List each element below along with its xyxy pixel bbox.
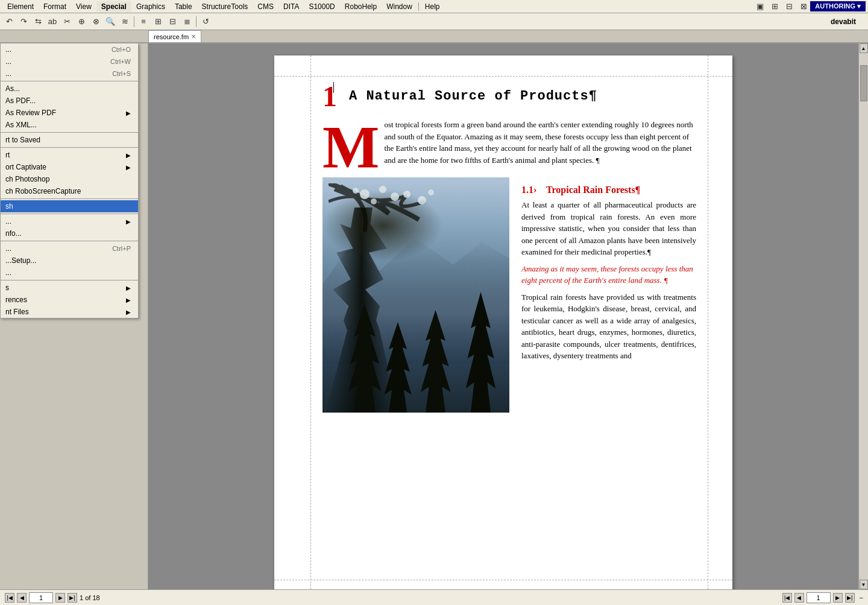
left-margin-line — [310, 55, 311, 589]
tb-sep2 — [196, 16, 197, 27]
sep6 — [1, 241, 138, 241]
menu-open[interactable]: ... Ctrl+O — [1, 43, 138, 55]
tb-btn7[interactable]: ⊗ — [89, 15, 102, 28]
zoom-prev-btn[interactable]: ◀ — [794, 593, 804, 603]
svg-point-2 — [391, 192, 399, 201]
menu-rt[interactable]: rt ▶ — [1, 149, 138, 161]
menu-roboscreencapture[interactable]: ch RoboScreenCapture — [1, 185, 138, 197]
tb-btn4[interactable]: ab — [46, 15, 59, 28]
scroll-up-btn[interactable]: ▲ — [860, 43, 868, 53]
menu-s1000d[interactable]: S1000D — [304, 1, 339, 12]
menu-save[interactable]: ... Ctrl+S — [1, 68, 138, 80]
scroll-down-btn[interactable]: ▼ — [860, 580, 868, 589]
svg-point-7 — [428, 189, 434, 195]
scrollbar-thumb[interactable] — [860, 65, 867, 101]
menu-element[interactable]: Element — [2, 1, 39, 12]
menu-dotdot2[interactable]: ... — [1, 267, 138, 279]
doc-area[interactable]: 1 A Natural Source of Products¶ M ost tr… — [148, 43, 858, 589]
menu-references-label: rences — [5, 296, 27, 304]
menu-close-label: ... — [5, 57, 11, 66]
tb-btn9[interactable]: ≋ — [118, 15, 131, 28]
tb-btn3[interactable]: ⇆ — [31, 15, 45, 28]
menu-special[interactable]: Special — [96, 1, 131, 12]
dotdot-arrow: ▶ — [126, 218, 131, 225]
menu-view[interactable]: View — [71, 1, 96, 12]
menu-dotdot[interactable]: ... ▶ — [1, 215, 138, 227]
sep5 — [1, 214, 138, 214]
nav-last-btn[interactable]: ▶| — [68, 593, 77, 603]
page-count-label: 1 of 18 — [80, 594, 100, 601]
menu-save-as-review[interactable]: As Review PDF ▶ — [1, 107, 138, 119]
menu-revert[interactable]: rt to Saved — [1, 134, 138, 146]
menu-roboscreencapture-label: ch RoboScreenCapture — [5, 187, 81, 195]
menu-dita[interactable]: DITA — [278, 1, 304, 12]
tb-btn10[interactable]: ≡ — [137, 15, 150, 28]
svg-point-6 — [418, 196, 426, 204]
scrollbar-track[interactable] — [860, 53, 868, 580]
menu-info[interactable]: nfo... — [1, 227, 138, 239]
menu-save-as-pdf[interactable]: As PDF... — [1, 95, 138, 107]
tb-btn11[interactable]: ⊞ — [151, 15, 165, 28]
view-btn4[interactable]: ⊠ — [797, 0, 810, 13]
tab-resource-fm[interactable]: resource.fm ✕ — [148, 30, 201, 42]
menu-save-as[interactable]: As... — [1, 83, 138, 95]
nav-next-btn[interactable]: ▶ — [55, 593, 65, 603]
menu-references[interactable]: rences ▶ — [1, 294, 138, 306]
menu-print[interactable]: ... Ctrl+P — [1, 242, 138, 255]
menu-save-as-xml[interactable]: As XML... — [1, 119, 138, 131]
menu-photoshop[interactable]: ch Photoshop — [1, 173, 138, 185]
page-number-input[interactable]: 1 — [29, 592, 53, 603]
status-bar: |◀ ◀ 1 ▶ ▶| 1 of 18 |◀ ◀ 1 ▶ ▶| − — [0, 589, 868, 605]
menu-structuretools[interactable]: StructureTools — [197, 1, 253, 12]
view-btn3[interactable]: ⊟ — [782, 0, 796, 13]
document-page: 1 A Natural Source of Products¶ M ost tr… — [274, 55, 732, 589]
menu-publish[interactable]: sh — [1, 200, 138, 212]
tb-btn12[interactable]: ⊟ — [166, 15, 179, 28]
zoom-last-btn[interactable]: ▶| — [845, 593, 855, 603]
zoom-input[interactable]: 1 — [807, 592, 831, 603]
menu-robohelp[interactable]: RoboHelp — [340, 1, 382, 12]
menu-format[interactable]: Format — [39, 1, 71, 12]
sep4 — [1, 198, 138, 199]
menu-print-setup[interactable]: ...Setup... — [1, 255, 138, 267]
menu-s[interactable]: s ▶ — [1, 282, 138, 294]
section-1-1-para2: Tropical rain forests have provided us w… — [521, 291, 696, 362]
nav-first-btn[interactable]: |◀ — [5, 593, 14, 603]
forest-image — [322, 177, 509, 413]
review-arrow: ▶ — [126, 110, 131, 116]
refresh-btn[interactable]: ↺ — [199, 15, 212, 28]
menu-print-shortcut: Ctrl+P — [112, 245, 131, 252]
menu-table[interactable]: Table — [170, 1, 197, 12]
view-btn1[interactable]: ▣ — [753, 0, 767, 13]
section-title: Tropical Rain Forests¶ — [546, 185, 640, 195]
menu-recent-files[interactable]: nt Files ▶ — [1, 306, 138, 318]
tb-btn5[interactable]: ✂ — [60, 15, 74, 28]
menu-help[interactable]: Help — [420, 1, 445, 12]
menu-close[interactable]: ... Ctrl+W — [1, 55, 138, 68]
tab-close-btn[interactable]: ✕ — [191, 33, 196, 40]
menu-publish-label: sh — [5, 202, 13, 211]
tb-btn6[interactable]: ⊕ — [75, 15, 88, 28]
main-area: mple ... Ctrl+O ... Ctrl+W ... Ctrl+S As… — [0, 43, 868, 589]
authoring-badge[interactable]: AUTHORING ▾ — [810, 1, 866, 11]
svg-point-3 — [371, 198, 377, 204]
captivate-arrow: ▶ — [126, 164, 131, 171]
menu-window[interactable]: Window — [382, 1, 417, 12]
text-cursor — [333, 82, 334, 93]
redo-btn[interactable]: ↷ — [17, 15, 30, 28]
menu-graphics[interactable]: Graphics — [131, 1, 170, 12]
rt-arrow: ▶ — [126, 152, 131, 159]
menu-print-label: ... — [5, 244, 11, 253]
tb-btn13[interactable]: ≣ — [180, 15, 193, 28]
right-scrollbar[interactable]: ▲ ▼ — [858, 43, 868, 589]
nav-prev-btn[interactable]: ◀ — [17, 593, 27, 603]
zoom-next-btn[interactable]: ▶ — [833, 593, 843, 603]
undo-btn[interactable]: ↶ — [2, 15, 16, 28]
menu-print-setup-label: ...Setup... — [5, 256, 36, 265]
menu-cms[interactable]: CMS — [253, 1, 278, 12]
tb-btn8[interactable]: 🔍 — [104, 15, 117, 28]
zoom-minus-btn[interactable]: − — [860, 594, 863, 601]
menu-captivate[interactable]: ort Captivate ▶ — [1, 161, 138, 173]
view-btn2[interactable]: ⊞ — [768, 0, 781, 13]
zoom-first-btn[interactable]: |◀ — [782, 593, 792, 603]
